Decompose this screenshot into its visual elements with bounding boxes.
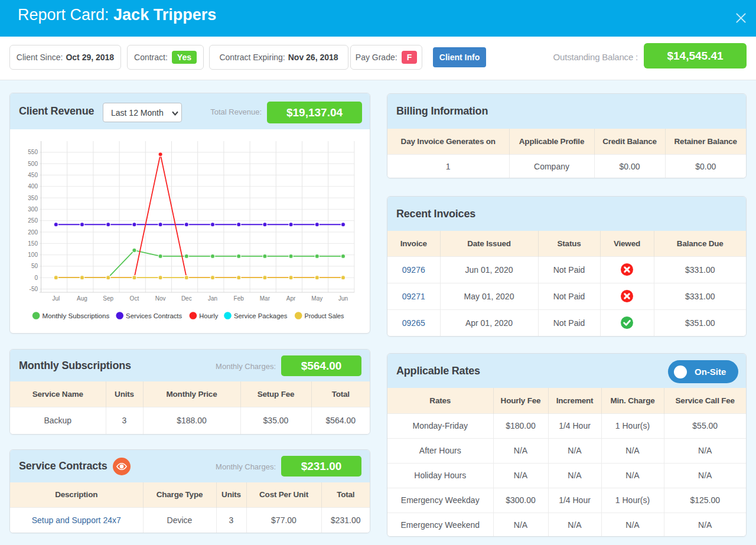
svg-text:200: 200 bbox=[28, 229, 38, 236]
svg-text:100: 100 bbox=[28, 252, 38, 258]
svg-text:300: 300 bbox=[28, 206, 38, 213]
svg-text:Sep: Sep bbox=[103, 295, 113, 302]
svg-text:Nov: Nov bbox=[155, 295, 166, 302]
svg-text:Jun: Jun bbox=[338, 295, 348, 302]
svg-text:Mar: Mar bbox=[260, 295, 271, 302]
svg-text:150: 150 bbox=[28, 240, 38, 247]
svg-text:450: 450 bbox=[28, 172, 38, 178]
svg-text:Jan: Jan bbox=[208, 295, 217, 302]
svg-text:May: May bbox=[311, 295, 322, 302]
svg-text:350: 350 bbox=[28, 195, 38, 201]
svg-text:50: 50 bbox=[31, 263, 38, 269]
svg-text:Jul: Jul bbox=[52, 295, 60, 302]
svg-text:Service Packages: Service Packages bbox=[234, 312, 288, 319]
svg-text:Dec: Dec bbox=[181, 295, 192, 302]
svg-text:400: 400 bbox=[28, 183, 38, 190]
svg-text:250: 250 bbox=[28, 217, 38, 224]
svg-text:Apr: Apr bbox=[286, 295, 296, 302]
svg-text:Hourly: Hourly bbox=[199, 312, 218, 319]
svg-text:Aug: Aug bbox=[77, 295, 87, 302]
svg-text:500: 500 bbox=[28, 161, 38, 167]
svg-text:Oct: Oct bbox=[130, 295, 139, 302]
svg-text:Monthly Subscriptions: Monthly Subscriptions bbox=[43, 312, 110, 319]
svg-text:550: 550 bbox=[28, 149, 38, 155]
svg-text:0: 0 bbox=[34, 275, 38, 281]
svg-text:Services Contracts: Services Contracts bbox=[126, 312, 182, 319]
svg-text:Feb: Feb bbox=[234, 295, 245, 302]
svg-text:-50: -50 bbox=[30, 286, 38, 292]
svg-text:Product Sales: Product Sales bbox=[305, 312, 344, 319]
